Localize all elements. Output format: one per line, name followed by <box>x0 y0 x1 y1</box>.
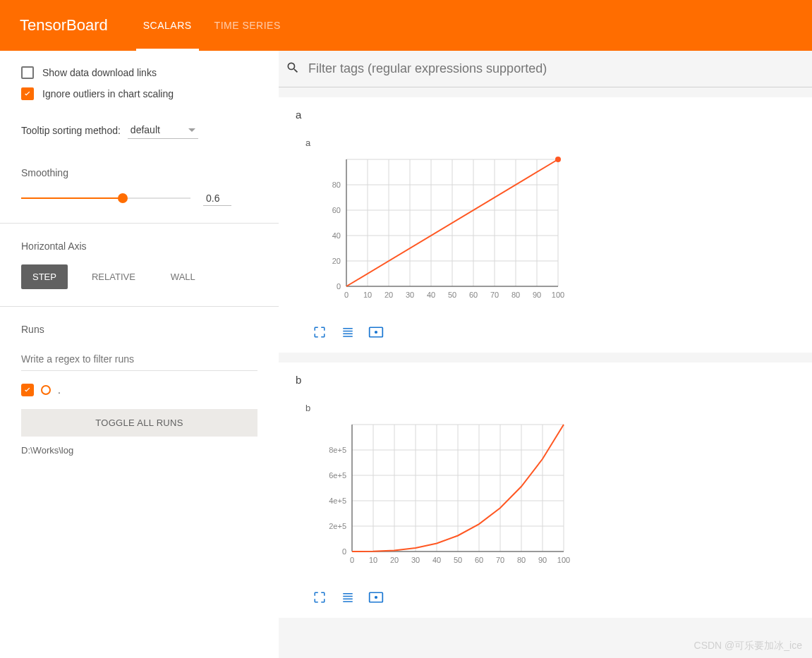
chart-b[interactable]: 0 2e+5 4e+5 6e+5 8e+5 0 10 20 30 40 50 6… <box>311 418 795 580</box>
log-scale-icon[interactable] <box>339 324 356 340</box>
runs-filter-input[interactable] <box>21 348 257 371</box>
horizontal-axis-label: Horizontal Axis <box>21 240 257 252</box>
tooltip-sort-value: default <box>131 124 160 135</box>
svg-text:20: 20 <box>384 291 393 299</box>
chart-toolbar <box>311 324 795 340</box>
chart-svg: 0 20 40 60 80 0 10 20 30 40 50 60 70 <box>311 152 579 315</box>
axis-step-button[interactable]: STEP <box>21 264 68 289</box>
chart-toolbar <box>311 590 795 605</box>
run-row[interactable]: . <box>21 384 257 396</box>
svg-text:10: 10 <box>363 291 372 299</box>
svg-point-78 <box>375 597 377 599</box>
svg-text:60: 60 <box>332 206 341 214</box>
svg-text:80: 80 <box>511 291 520 299</box>
chart-svg: 0 2e+5 4e+5 6e+5 8e+5 0 10 20 30 40 50 6… <box>311 418 579 580</box>
run-name: . <box>58 384 61 396</box>
svg-text:20: 20 <box>332 257 341 265</box>
svg-text:8e+5: 8e+5 <box>329 446 346 454</box>
runs-label: Runs <box>21 324 257 335</box>
svg-text:50: 50 <box>448 291 456 299</box>
svg-text:40: 40 <box>427 291 435 299</box>
svg-point-39 <box>375 331 377 334</box>
smoothing-value[interactable]: 0.6 <box>203 191 231 206</box>
slider-thumb[interactable] <box>118 193 128 203</box>
ignore-outliers-checkbox[interactable]: Ignore outliers in chart scaling <box>21 87 257 100</box>
svg-text:0: 0 <box>342 547 346 556</box>
app-logo: TensorBoard <box>20 16 108 35</box>
tag-filter-bar <box>279 51 812 87</box>
svg-text:70: 70 <box>490 291 499 299</box>
tab-scalars[interactable]: SCALARS <box>143 0 192 51</box>
search-icon <box>286 61 300 77</box>
svg-text:60: 60 <box>469 291 478 299</box>
svg-text:4e+5: 4e+5 <box>329 496 346 505</box>
run-checkbox[interactable] <box>21 384 34 396</box>
tooltip-sort-label: Tooltip sorting method: <box>21 125 121 136</box>
svg-text:30: 30 <box>406 291 414 299</box>
tooltip-sort-select[interactable]: default <box>128 121 198 139</box>
tab-time-series[interactable]: TIME SERIES <box>214 0 281 51</box>
svg-text:40: 40 <box>432 556 441 564</box>
log-scale-icon[interactable] <box>339 590 356 605</box>
chart-a[interactable]: 0 20 40 60 80 0 10 20 30 40 50 60 70 <box>311 152 795 315</box>
svg-text:40: 40 <box>332 231 341 240</box>
checkbox-icon <box>21 66 34 79</box>
svg-text:60: 60 <box>475 556 483 564</box>
svg-text:70: 70 <box>496 556 504 564</box>
svg-text:0: 0 <box>337 282 341 291</box>
scalar-card-b: b b <box>279 362 812 618</box>
tag-filter-input[interactable] <box>308 61 805 76</box>
log-path: D:\Works\log <box>21 445 257 456</box>
svg-text:80: 80 <box>517 556 526 564</box>
watermark: CSDN @可乐要加冰_ice <box>694 640 802 652</box>
svg-text:0: 0 <box>350 556 354 564</box>
checkbox-icon <box>21 87 34 100</box>
toggle-all-runs-button[interactable]: TOGGLE ALL RUNS <box>21 409 257 437</box>
chart-label: b <box>305 403 795 413</box>
svg-point-33 <box>555 157 561 162</box>
svg-text:2e+5: 2e+5 <box>329 522 346 530</box>
scalar-card-a: a a <box>279 97 812 353</box>
svg-text:10: 10 <box>369 556 377 564</box>
fit-domain-icon[interactable] <box>368 590 384 605</box>
svg-text:90: 90 <box>533 291 541 299</box>
svg-text:80: 80 <box>332 181 341 189</box>
svg-text:100: 100 <box>557 556 570 564</box>
svg-text:50: 50 <box>454 556 462 564</box>
axis-wall-button[interactable]: WALL <box>159 264 207 289</box>
card-title: a <box>296 109 795 121</box>
show-download-label: Show data download links <box>42 67 157 78</box>
svg-text:0: 0 <box>344 291 349 299</box>
smoothing-label: Smoothing <box>21 167 257 178</box>
svg-text:30: 30 <box>411 556 420 564</box>
card-title: b <box>296 374 795 386</box>
ignore-outliers-label: Ignore outliers in chart scaling <box>42 88 174 99</box>
svg-text:6e+5: 6e+5 <box>329 471 346 480</box>
main-content: a a <box>279 51 812 658</box>
expand-icon[interactable] <box>311 324 328 340</box>
svg-text:90: 90 <box>538 556 547 564</box>
show-download-checkbox[interactable]: Show data download links <box>21 66 257 79</box>
chart-label: a <box>305 138 795 148</box>
sidebar: Show data download links Ignore outliers… <box>0 51 279 658</box>
fit-domain-icon[interactable] <box>368 324 384 340</box>
header-tabs: SCALARS TIME SERIES <box>143 0 281 51</box>
app-header: TensorBoard SCALARS TIME SERIES <box>0 0 812 51</box>
axis-relative-button[interactable]: RELATIVE <box>80 264 147 289</box>
expand-icon[interactable] <box>311 590 328 605</box>
smoothing-slider[interactable] <box>21 197 190 200</box>
svg-text:100: 100 <box>552 291 564 299</box>
run-color-swatch <box>41 385 51 395</box>
svg-text:20: 20 <box>390 556 399 564</box>
